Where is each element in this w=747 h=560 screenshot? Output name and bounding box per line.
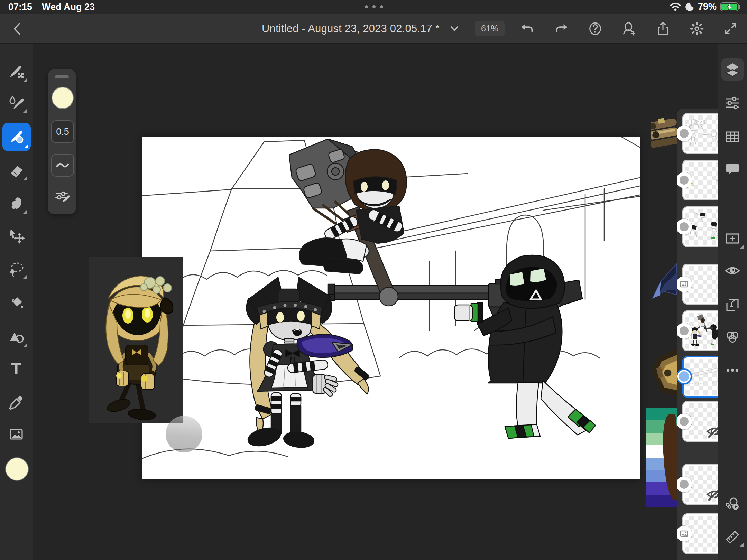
fullscreen-button[interactable] xyxy=(723,21,739,37)
eraser-icon xyxy=(8,162,25,179)
more-icon xyxy=(724,362,741,379)
wave-icon xyxy=(55,158,70,172)
panel-comment[interactable] xyxy=(721,158,744,180)
panel-add-layer[interactable] xyxy=(721,227,744,250)
tool-paint-brush[interactable] xyxy=(2,123,31,151)
layer-image-handle[interactable] xyxy=(677,276,692,292)
tool-options-panel: 0.5 xyxy=(48,69,76,214)
brush-settings-button[interactable] xyxy=(54,188,70,205)
wifi-icon xyxy=(670,2,681,11)
invite-button[interactable] xyxy=(621,21,637,37)
place-image-icon xyxy=(8,426,25,442)
reference-weapon-barrels[interactable] xyxy=(651,114,677,157)
blend-icon xyxy=(724,329,741,345)
layer-select-handle[interactable] xyxy=(677,476,692,492)
pixel-brush-icon xyxy=(8,64,25,80)
redo-button[interactable] xyxy=(553,21,569,37)
image-handle-icon xyxy=(680,530,688,538)
add-layer-icon xyxy=(724,230,741,247)
layer-select-handle[interactable] xyxy=(677,323,692,339)
panel-ruler[interactable] xyxy=(721,525,744,547)
paint-brush-icon xyxy=(8,129,25,145)
lasso-icon xyxy=(8,260,25,277)
battery-percent: 79% xyxy=(698,1,717,12)
title-actions xyxy=(519,14,739,43)
share-button[interactable] xyxy=(655,21,671,37)
image-handle-icon xyxy=(680,280,688,288)
livestream-icon xyxy=(724,495,741,512)
zoom-level-badge[interactable]: 61% xyxy=(475,21,505,36)
tool-smudge[interactable] xyxy=(5,192,28,215)
tool-text[interactable] xyxy=(5,357,28,380)
back-button[interactable] xyxy=(10,21,26,37)
workspace: al Cha xyxy=(33,43,718,560)
status-bar: 07:15 Wed Aug 23 79% xyxy=(0,0,747,14)
layer-select-handle[interactable] xyxy=(677,125,692,141)
tool-place-image[interactable] xyxy=(5,423,28,446)
panel-more[interactable] xyxy=(721,359,744,381)
ruler-icon xyxy=(724,528,741,544)
panel-adjustments[interactable] xyxy=(721,92,744,114)
panel-drag-handle[interactable] xyxy=(55,75,69,78)
layer-select-handle[interactable] xyxy=(677,219,692,235)
brush-smoothing-button[interactable] xyxy=(51,154,74,177)
layer-select-handle[interactable] xyxy=(677,172,692,188)
right-toolbar xyxy=(718,43,747,560)
layers-icon xyxy=(724,61,741,78)
reference-color-palette[interactable] xyxy=(646,408,677,507)
current-color-swatch[interactable] xyxy=(5,457,29,481)
tool-pixel-brush[interactable] xyxy=(5,60,28,83)
touch-shortcut-button[interactable] xyxy=(166,416,202,452)
panel-layers[interactable] xyxy=(721,58,744,81)
clock: 07:15 xyxy=(8,2,32,12)
settings-button[interactable] xyxy=(689,21,705,37)
panel-livestream[interactable] xyxy=(721,493,744,515)
layer-image-handle[interactable] xyxy=(677,526,692,542)
title-bar: Untitled - August 23, 2023 02.05.17 * 61… xyxy=(0,14,747,44)
live-brush-icon xyxy=(8,94,25,111)
multitasking-indicator[interactable] xyxy=(365,5,383,8)
left-toolbar xyxy=(0,43,33,560)
moon-icon xyxy=(685,2,694,12)
move-icon xyxy=(8,228,25,244)
shape-icon xyxy=(8,329,25,345)
layer-select-handle[interactable] xyxy=(677,413,692,429)
panel-grid[interactable] xyxy=(721,126,744,148)
panel-layer-visibility[interactable] xyxy=(721,260,744,282)
reference-navy-shard[interactable] xyxy=(651,257,677,316)
layer-visibility-icon xyxy=(724,262,741,279)
date: Wed Aug 23 xyxy=(42,2,95,12)
smudge-icon xyxy=(8,195,25,212)
layer-select-handle[interactable] xyxy=(677,368,692,384)
panel-import-transform[interactable] xyxy=(721,293,744,315)
tool-eraser[interactable] xyxy=(5,159,28,182)
panel-blend[interactable] xyxy=(721,326,744,348)
eyedropper-icon xyxy=(8,394,25,411)
reference-gold-mech[interactable] xyxy=(651,347,677,399)
help-button[interactable] xyxy=(587,21,603,37)
canvas-artwork xyxy=(142,137,640,479)
undo-button[interactable] xyxy=(519,21,535,37)
battery-charging-icon xyxy=(720,2,741,12)
adjustments-icon xyxy=(724,94,741,111)
chevron-down-icon[interactable] xyxy=(449,23,460,35)
tool-lasso[interactable] xyxy=(5,257,28,280)
tool-eyedropper[interactable] xyxy=(5,391,28,414)
tool-move[interactable] xyxy=(5,225,28,248)
reference-robot-character[interactable] xyxy=(89,257,183,423)
comment-icon xyxy=(724,161,741,178)
brush-color-swatch[interactable] xyxy=(52,87,74,109)
document-title: Untitled - August 23, 2023 02.05.17 * xyxy=(262,22,440,35)
fill-icon xyxy=(8,295,25,311)
tool-fill[interactable] xyxy=(5,291,28,314)
grid-icon xyxy=(724,129,741,145)
tool-live-brush[interactable] xyxy=(5,91,28,114)
brush-size-field[interactable]: 0.5 xyxy=(51,120,74,143)
drawing-canvas[interactable] xyxy=(142,137,640,479)
text-icon xyxy=(8,360,25,377)
tool-shape[interactable] xyxy=(5,326,28,348)
import-transform-icon xyxy=(724,296,741,312)
